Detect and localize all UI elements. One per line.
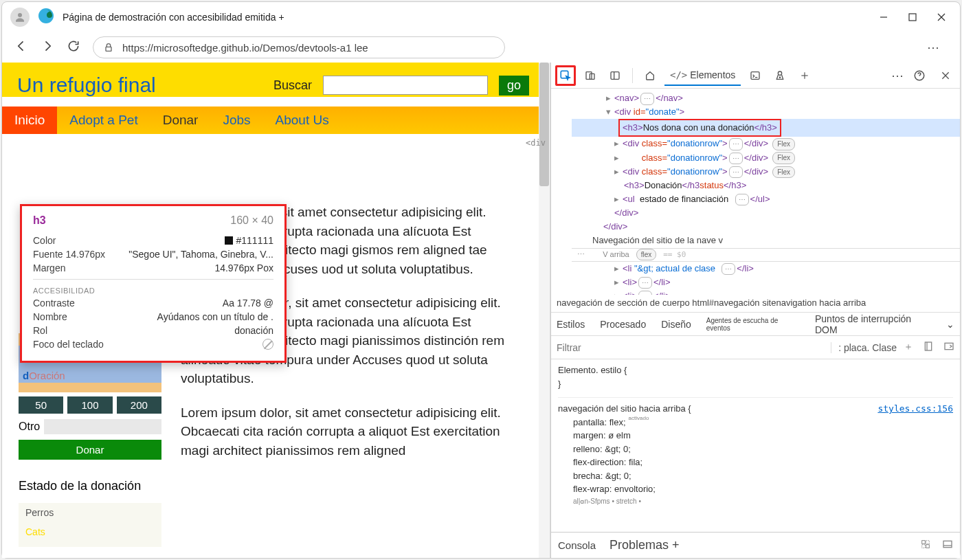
new-rule-icon[interactable]: ＋ xyxy=(904,341,913,354)
dom-breadcrumb[interactable]: navegación de sección de cuerpo html#nav… xyxy=(551,295,960,313)
console-tab-icon[interactable] xyxy=(745,65,765,86)
otro-input[interactable] xyxy=(44,419,161,434)
browser-menu-button[interactable]: ⋯ xyxy=(927,40,939,55)
address-bar[interactable]: https://microsoftedge.github.io/Demos/de… xyxy=(93,36,505,58)
nav-adopt[interactable]: Adopt a Pet xyxy=(57,107,150,134)
svg-rect-6 xyxy=(106,47,111,51)
tab-title[interactable]: Página de demostración con accesibilidad… xyxy=(63,12,871,23)
forward-button[interactable] xyxy=(41,39,54,56)
search-label: Buscar xyxy=(273,78,312,93)
svg-rect-23 xyxy=(922,541,926,544)
source-link[interactable]: styles.css:156 xyxy=(877,402,953,416)
donate-subheading: dOración xyxy=(19,368,161,383)
status-perros: Perros xyxy=(19,503,161,522)
go-button[interactable]: go xyxy=(499,76,529,96)
help-icon[interactable] xyxy=(909,65,930,86)
edge-icon xyxy=(38,8,54,27)
status-granja: Animales de granja xyxy=(19,541,161,547)
tab-dom-breakpoints[interactable]: Puntos de interrupción DOM xyxy=(815,313,931,335)
site-nav: Inicio Adopt a Pet Donar Jobs About Us xyxy=(2,107,550,134)
svg-rect-27 xyxy=(943,541,952,547)
svg-rect-8 xyxy=(586,71,592,79)
svg-rect-20 xyxy=(925,342,931,350)
svg-rect-10 xyxy=(611,71,619,79)
styles-more[interactable]: ⌄ xyxy=(946,319,954,330)
drawer-console[interactable]: Consola xyxy=(558,539,596,551)
svg-point-13 xyxy=(779,71,782,75)
svg-rect-25 xyxy=(922,545,926,548)
search-input[interactable] xyxy=(323,76,488,95)
svg-rect-24 xyxy=(926,541,930,544)
tab-listeners[interactable]: Agentes de escucha de eventos xyxy=(706,317,800,332)
drawer-problems[interactable]: Problemas + xyxy=(609,538,680,552)
back-button[interactable] xyxy=(14,39,28,56)
page-scrollbar[interactable] xyxy=(539,63,550,558)
styles-panel[interactable]: Elemento. estilo { } styles.css:156 nave… xyxy=(551,359,960,532)
dom-selected-node[interactable]: <h3>Nos dona con una donación</h3> xyxy=(572,119,960,137)
dom-tree[interactable]: ▸<nav>⋯</nav> ▾<div id="donate"> <h3>Nos… xyxy=(551,89,960,295)
tooltip-dimensions: 160 × 40 xyxy=(230,214,273,227)
more-tabs-button[interactable] xyxy=(794,65,815,86)
close-button[interactable] xyxy=(937,12,946,22)
amount-100[interactable]: 100 xyxy=(67,396,112,414)
no-icon xyxy=(262,339,273,350)
svg-rect-3 xyxy=(909,14,916,21)
tab-estilos[interactable]: Estilos xyxy=(557,319,585,330)
svg-rect-26 xyxy=(926,545,930,548)
otro-label: Otro xyxy=(19,421,40,433)
hov-button[interactable]: : placa. Clase xyxy=(831,342,897,353)
profile-avatar[interactable] xyxy=(10,8,30,27)
donar-button[interactable]: Donar xyxy=(19,440,161,460)
url-text: https://microsoftedge.github.io/Demos/de… xyxy=(122,42,368,54)
minimize-button[interactable] xyxy=(879,12,888,22)
site-title: Un refugio final xyxy=(17,74,156,97)
amount-50[interactable]: 50 xyxy=(19,396,63,414)
refresh-button[interactable] xyxy=(67,39,80,56)
nav-inicio[interactable]: Inicio xyxy=(2,107,57,134)
tab-diseno[interactable]: Diseño xyxy=(661,319,691,330)
maximize-button[interactable] xyxy=(908,12,917,22)
computed-panel-icon[interactable] xyxy=(943,341,954,354)
tab-procesado[interactable]: Procesado xyxy=(600,319,646,330)
status-cats: Cats xyxy=(19,522,161,541)
panel-icon[interactable] xyxy=(605,65,625,86)
svg-rect-12 xyxy=(751,71,759,79)
svg-point-14 xyxy=(780,77,781,78)
toggle-classes-icon[interactable] xyxy=(923,341,934,354)
inspect-tooltip: h3 160 × 40 Color#111111 Fuente 14.976px… xyxy=(20,204,287,363)
styles-filter-input[interactable] xyxy=(557,342,824,353)
inspect-element-button[interactable] xyxy=(555,65,576,86)
elements-tab[interactable]: </> Elementos xyxy=(664,65,741,86)
tooltip-tag: h3 xyxy=(33,214,46,227)
nav-jobs[interactable]: Jobs xyxy=(210,107,262,134)
device-toggle-button[interactable] xyxy=(580,65,601,86)
donation-status-heading: Estado de la donación xyxy=(19,479,161,493)
devtools-close[interactable] xyxy=(935,65,956,86)
drawer-settings-icon[interactable] xyxy=(920,539,931,552)
nav-about[interactable]: About Us xyxy=(263,107,342,134)
lock-icon xyxy=(103,42,114,53)
drawer-dock-icon[interactable] xyxy=(942,539,953,552)
amount-200[interactable]: 200 xyxy=(117,396,161,414)
devtools-menu[interactable]: ⋯ xyxy=(891,68,904,83)
nav-donar[interactable]: Donar xyxy=(150,107,211,134)
svg-point-0 xyxy=(18,13,22,17)
welcome-tab[interactable] xyxy=(640,65,660,86)
hover-tag-label: <div xyxy=(526,138,546,148)
sources-tab-icon[interactable] xyxy=(770,65,790,86)
